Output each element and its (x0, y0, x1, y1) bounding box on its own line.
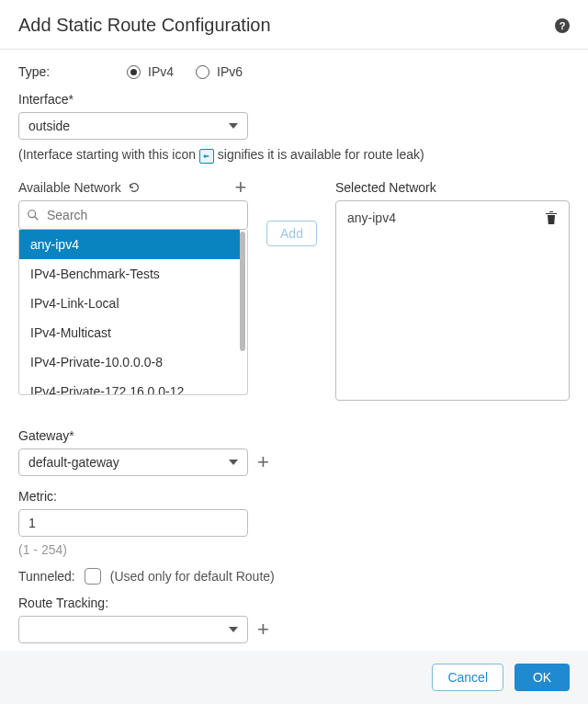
available-label: Available Network (18, 180, 121, 195)
tunneled-checkbox[interactable] (85, 568, 101, 585)
route-leak-icon (199, 149, 214, 164)
search-box[interactable] (18, 200, 248, 230)
hint-post: signifies it is available for route leak… (218, 147, 424, 162)
metric-label: Metric: (18, 489, 570, 504)
list-item[interactable]: IPv4-Link-Local (19, 289, 240, 318)
gateway-label: Gateway* (18, 428, 570, 443)
gateway-select[interactable]: default-gateway (18, 449, 248, 476)
radio-ipv6-label: IPv6 (217, 64, 243, 79)
list-item[interactable]: IPv4-Private-10.0.0.0-8 (19, 347, 240, 377)
gateway-value: default-gateway (28, 455, 119, 470)
list-item[interactable]: IPv4-Multicast (19, 318, 240, 347)
radio-icon (196, 65, 209, 79)
scrollbar[interactable] (240, 232, 245, 351)
metric-block: Metric: (1 - 254) (18, 489, 570, 557)
route-tracking-select[interactable] (18, 616, 248, 643)
cancel-button[interactable]: Cancel (432, 664, 503, 691)
available-list[interactable]: any-ipv4IPv4-Benchmark-TestsIPv4-Link-Lo… (18, 230, 248, 395)
search-input[interactable] (45, 207, 240, 223)
dialog-header: Add Static Route Configuration ? (0, 0, 588, 50)
chevron-down-icon (229, 123, 238, 129)
add-network-icon[interactable]: + (233, 180, 248, 195)
metric-input[interactable] (18, 509, 248, 537)
selected-label: Selected Network (335, 180, 570, 195)
interface-hint: (Interface starting with this icon signi… (18, 147, 570, 164)
type-label: Type: (18, 64, 127, 79)
radio-ipv4-label: IPv4 (148, 64, 174, 79)
svg-point-0 (28, 210, 36, 218)
radio-ipv6[interactable]: IPv6 (196, 64, 243, 79)
help-icon[interactable]: ? (555, 18, 570, 33)
available-network-panel: Available Network + any-ipv4IPv4-Benchma… (18, 180, 248, 401)
dialog-footer: Cancel OK (0, 651, 588, 704)
trash-icon[interactable] (545, 210, 558, 225)
list-item[interactable]: IPv4-Benchmark-Tests (19, 259, 240, 289)
network-columns: Available Network + any-ipv4IPv4-Benchma… (18, 180, 570, 401)
selected-list: any-ipv4 (335, 200, 570, 401)
tunneled-row: Tunneled: (Used only for default Route) (18, 568, 570, 585)
route-tracking-block: Route Tracking: + (18, 596, 570, 643)
radio-ipv4[interactable]: IPv4 (127, 64, 174, 79)
add-route-tracking-icon[interactable]: + (257, 619, 269, 640)
selected-network-panel: Selected Network any-ipv4 (335, 180, 570, 401)
list-item[interactable]: IPv4-Private-172.16.0.0-12 (19, 377, 240, 394)
interface-value: outside (28, 119, 70, 133)
add-button[interactable]: Add (266, 221, 317, 246)
interface-select[interactable]: outside (18, 112, 248, 140)
search-icon (27, 209, 40, 221)
selected-item: any-ipv4 (347, 210, 558, 225)
tunneled-label: Tunneled: (18, 569, 75, 584)
svg-line-1 (35, 217, 39, 221)
route-tracking-label: Route Tracking: (18, 596, 570, 610)
tunneled-note: (Used only for default Route) (110, 569, 275, 584)
hint-pre: (Interface starting with this icon (18, 147, 196, 162)
type-row: Type: IPv4 IPv6 (18, 64, 570, 79)
list-item[interactable]: any-ipv4 (19, 230, 240, 259)
radio-icon (127, 65, 141, 79)
dialog-title: Add Static Route Configuration (18, 15, 271, 36)
transfer-column: Add (248, 180, 335, 401)
chevron-down-icon (229, 627, 238, 632)
gateway-block: Gateway* default-gateway + (18, 428, 570, 476)
dialog-body: Type: IPv4 IPv6 Interface* outside (Inte… (0, 50, 588, 651)
chevron-down-icon (229, 460, 238, 465)
selected-item-label: any-ipv4 (347, 210, 396, 225)
add-gateway-icon[interactable]: + (257, 452, 269, 472)
metric-range: (1 - 254) (18, 542, 570, 557)
ok-button[interactable]: OK (514, 664, 570, 691)
interface-label: Interface* (18, 92, 570, 107)
refresh-icon[interactable] (127, 180, 141, 195)
